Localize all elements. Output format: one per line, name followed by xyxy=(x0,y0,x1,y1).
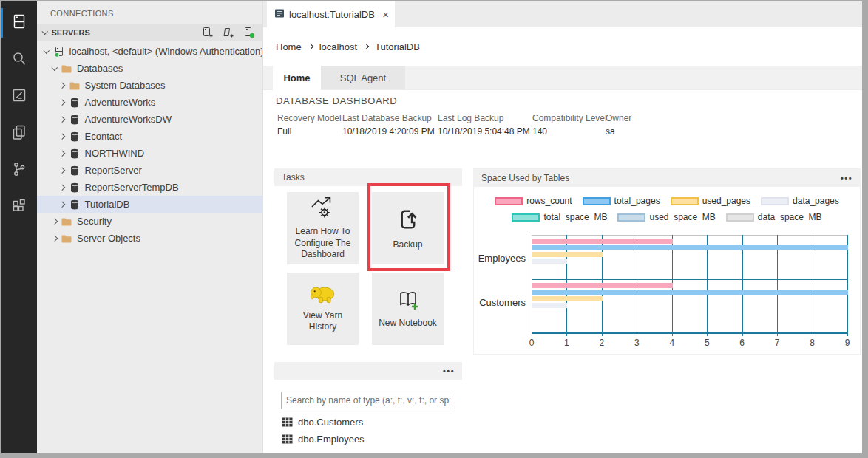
chart-legend-row-1: rows_counttotal_pagesused_pagesdata_page… xyxy=(474,196,860,206)
chevron-right-icon[interactable] xyxy=(59,202,65,208)
chevron-down-icon[interactable] xyxy=(51,64,57,70)
tree-item-server-objects[interactable]: Server Objects xyxy=(37,230,262,247)
legend-item-total_space_MB[interactable]: total_space_MB xyxy=(512,212,607,222)
tab-sql-agent[interactable]: SQL Agent xyxy=(321,66,405,89)
tree-item-security[interactable]: Security xyxy=(37,213,262,230)
task-label: Learn How To Configure The Dashboard xyxy=(290,226,356,261)
legend-item-data_space_MB[interactable]: data_space_MB xyxy=(726,212,822,222)
legend-label: used_space_MB xyxy=(649,212,715,222)
database-icon xyxy=(69,182,81,194)
breadcrumb-item-tutorialdb[interactable]: TutorialDB xyxy=(375,41,420,52)
chevron-down-icon xyxy=(42,29,48,35)
activity-bar xyxy=(1,1,37,453)
chevron-right-icon[interactable] xyxy=(59,83,65,89)
active-connections-icon[interactable] xyxy=(243,27,255,38)
source-control-icon xyxy=(10,160,28,181)
chevron-right-icon[interactable] xyxy=(59,185,65,191)
tab-home[interactable]: Home xyxy=(273,66,321,90)
tree-item-econtact[interactable]: Econtact xyxy=(37,128,262,145)
task-view-yarn-history-button[interactable]: View Yarn History xyxy=(287,273,359,345)
object-search-input[interactable] xyxy=(281,392,455,409)
terminal-icon xyxy=(10,86,28,107)
tree-item-system-databases[interactable]: System Databases xyxy=(37,77,262,94)
legend-label: used_pages xyxy=(702,196,750,206)
legend-label: total_space_MB xyxy=(543,212,607,222)
bar-total_pages xyxy=(532,245,848,250)
search-icon xyxy=(10,49,28,70)
more-actions-icon[interactable]: ••• xyxy=(443,366,455,375)
legend-item-data_pages[interactable]: data_pages xyxy=(761,196,839,206)
legend-swatch xyxy=(583,197,611,205)
new-server-group-icon[interactable] xyxy=(223,27,234,38)
bar-rows_count xyxy=(532,239,673,244)
tree-item-reportserver[interactable]: ReportServer xyxy=(37,162,262,179)
dashboard-tab-icon xyxy=(274,8,285,21)
object-item-dbo-customers[interactable]: dbo.Customers xyxy=(282,417,363,428)
dashboard-tab-strip: Home SQL Agent xyxy=(263,66,862,90)
legend-swatch xyxy=(617,213,645,222)
tree-item-localhost-default-windows-authentication[interactable]: localhost, <default> (Windows Authentica… xyxy=(37,43,262,60)
dashboard-content: DATABASE DASHBOARD Recovery ModelFullLas… xyxy=(263,90,862,453)
legend-item-used_pages[interactable]: used_pages xyxy=(671,196,750,206)
x-tick-label: 0 xyxy=(521,338,543,348)
chevron-right-icon[interactable] xyxy=(51,236,57,242)
tree-item-label: AdventureWorks xyxy=(85,97,156,108)
close-icon[interactable]: × xyxy=(382,9,389,20)
x-tick-label: 6 xyxy=(731,338,753,348)
property-label: Owner xyxy=(606,113,642,123)
tree-item-label: System Databases xyxy=(85,80,166,91)
new-connection-icon[interactable] xyxy=(202,27,214,38)
chart-widget-title: Space Used by Tables xyxy=(481,173,569,183)
editor-tab-localhost-tutorialdb[interactable]: localhost:TutorialDB × xyxy=(267,1,395,27)
activity-connections-button[interactable] xyxy=(1,4,37,41)
chevron-right-icon[interactable] xyxy=(59,168,65,174)
chart-legend-row-2: total_space_MBused_space_MBdata_space_MB xyxy=(474,212,860,222)
folder-icon xyxy=(61,233,72,245)
new-notebook-icon xyxy=(396,289,421,315)
property-recovery-model: Recovery ModelFull xyxy=(277,113,342,137)
legend-item-total_pages[interactable]: total_pages xyxy=(583,196,660,206)
x-axis-line xyxy=(532,332,848,334)
table-icon xyxy=(282,434,293,444)
chevron-right-icon[interactable] xyxy=(59,100,65,106)
breadcrumb: HomelocalhostTutorialDB xyxy=(263,27,862,66)
legend-item-used_space_MB[interactable]: used_space_MB xyxy=(617,212,715,222)
object-item-dbo-employees[interactable]: dbo.Employees xyxy=(282,434,365,445)
activity-source-control-button[interactable] xyxy=(1,152,37,189)
tasks-widget-title: Tasks xyxy=(282,172,305,182)
chevron-right-icon xyxy=(307,44,313,49)
folder-icon xyxy=(61,216,72,228)
tree-item-adventureworks[interactable]: AdventureWorks xyxy=(37,94,262,111)
search-widget-header: ••• xyxy=(274,362,462,380)
task-label: View Yarn History xyxy=(290,310,356,333)
task-backup-button[interactable]: Backup xyxy=(372,192,444,264)
task-configure-dashboard-button[interactable]: Learn How To Configure The Dashboard xyxy=(287,192,359,264)
chevron-right-icon[interactable] xyxy=(59,134,65,140)
servers-section-header[interactable]: SERVERS xyxy=(37,24,262,41)
legend-item-rows_count[interactable]: rows_count xyxy=(495,196,572,206)
tree-item-adventureworksdw[interactable]: AdventureWorksDW xyxy=(37,111,262,128)
database-icon xyxy=(69,148,81,160)
task-new-notebook-button[interactable]: New Notebook xyxy=(372,273,444,345)
editor-area: localhost:TutorialDB × HomelocalhostTuto… xyxy=(263,1,862,453)
chevron-right-icon[interactable] xyxy=(59,151,65,157)
database-icon xyxy=(69,97,81,109)
activity-notebooks-button[interactable] xyxy=(1,115,37,152)
tree-item-tutorialdb[interactable]: TutorialDB xyxy=(37,196,262,213)
tree-item-northwind[interactable]: NORTHWIND xyxy=(37,145,262,162)
property-value: 10/18/2019 5:04:48 PM xyxy=(438,126,532,137)
chevron-right-icon[interactable] xyxy=(59,117,65,123)
bar-data_pages xyxy=(532,303,567,308)
activity-search-button[interactable] xyxy=(1,41,37,78)
servers-actions xyxy=(202,27,255,38)
activity-terminal-button[interactable] xyxy=(1,78,37,115)
tree-item-reportservertempdb[interactable]: ReportServerTempDB xyxy=(37,179,262,196)
tree-item-databases[interactable]: Databases xyxy=(37,60,262,77)
chevron-down-icon[interactable] xyxy=(44,47,50,53)
breadcrumb-item-localhost[interactable]: localhost xyxy=(319,41,357,52)
chevron-right-icon[interactable] xyxy=(51,219,57,225)
legend-swatch xyxy=(761,197,789,205)
more-actions-icon[interactable]: ••• xyxy=(841,174,852,182)
breadcrumb-item-home[interactable]: Home xyxy=(276,41,302,52)
activity-extensions-button[interactable] xyxy=(1,189,37,226)
